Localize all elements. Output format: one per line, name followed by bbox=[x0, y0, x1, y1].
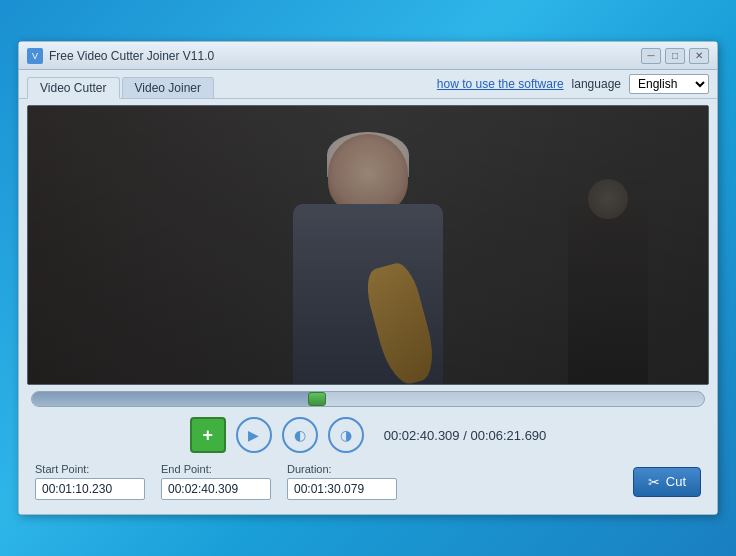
cut-button[interactable]: ✂ Cut bbox=[633, 467, 701, 497]
start-point-input[interactable] bbox=[35, 478, 145, 500]
current-time: 00:02:40.309 bbox=[384, 428, 460, 443]
title-bar: V Free Video Cutter Joiner V11.0 ─ □ ✕ bbox=[19, 42, 717, 70]
start-point-group: Start Point: bbox=[35, 463, 145, 500]
end-point-label: End Point: bbox=[161, 463, 271, 475]
timeline-area bbox=[27, 389, 709, 409]
tab-right-controls: how to use the software language English… bbox=[437, 74, 709, 98]
duration-input[interactable] bbox=[287, 478, 397, 500]
mark-in-icon: ◐ bbox=[294, 427, 306, 443]
controls-row: + ▶ ◐ ◑ 00:02:40.309 / 00:06:21.690 bbox=[27, 411, 709, 459]
title-bar-left: V Free Video Cutter Joiner V11.0 bbox=[27, 48, 214, 64]
mark-out-icon: ◑ bbox=[340, 427, 352, 443]
maximize-button[interactable]: □ bbox=[665, 48, 685, 64]
window-title: Free Video Cutter Joiner V11.0 bbox=[49, 49, 214, 63]
video-display bbox=[27, 105, 709, 385]
info-row: Start Point: End Point: Duration: ✂ Cut bbox=[27, 459, 709, 508]
tab-group: Video Cutter Video Joiner bbox=[27, 76, 214, 98]
end-point-input[interactable] bbox=[161, 478, 271, 500]
language-select[interactable]: English Chinese Spanish French German bbox=[629, 74, 709, 94]
duration-label: Duration: bbox=[287, 463, 397, 475]
video-scene bbox=[28, 106, 708, 384]
video-overlay bbox=[28, 106, 708, 384]
timeline-handle[interactable] bbox=[308, 392, 326, 406]
add-file-button[interactable]: + bbox=[190, 417, 226, 453]
scissors-icon: ✂ bbox=[648, 474, 660, 490]
end-point-group: End Point: bbox=[161, 463, 271, 500]
close-button[interactable]: ✕ bbox=[689, 48, 709, 64]
play-icon: ▶ bbox=[248, 427, 259, 443]
window-controls: ─ □ ✕ bbox=[641, 48, 709, 64]
app-icon: V bbox=[27, 48, 43, 64]
duration-group: Duration: bbox=[287, 463, 397, 500]
mark-out-button[interactable]: ◑ bbox=[328, 417, 364, 453]
content-area: + ▶ ◐ ◑ 00:02:40.309 / 00:06:21.690 Star… bbox=[19, 99, 717, 514]
mark-in-button[interactable]: ◐ bbox=[282, 417, 318, 453]
time-display: 00:02:40.309 / 00:06:21.690 bbox=[384, 428, 547, 443]
minimize-button[interactable]: ─ bbox=[641, 48, 661, 64]
language-label: language bbox=[572, 77, 621, 91]
cut-button-label: Cut bbox=[666, 474, 686, 489]
tab-video-cutter[interactable]: Video Cutter bbox=[27, 77, 120, 99]
tab-video-joiner[interactable]: Video Joiner bbox=[122, 77, 215, 98]
start-point-label: Start Point: bbox=[35, 463, 145, 475]
main-window: V Free Video Cutter Joiner V11.0 ─ □ ✕ V… bbox=[18, 41, 718, 515]
timeline-filled bbox=[32, 392, 314, 406]
play-button[interactable]: ▶ bbox=[236, 417, 272, 453]
timeline-track[interactable] bbox=[31, 391, 705, 407]
total-time: 00:06:21.690 bbox=[470, 428, 546, 443]
help-link[interactable]: how to use the software bbox=[437, 77, 564, 91]
tab-bar: Video Cutter Video Joiner how to use the… bbox=[19, 70, 717, 99]
